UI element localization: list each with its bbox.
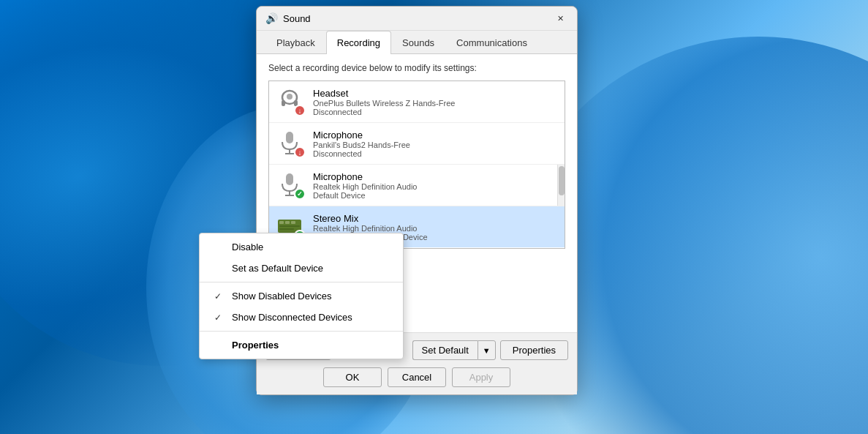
menu-item-disable[interactable]: Disable: [200, 236, 403, 258]
menu-item-set-default[interactable]: Set as Default Device: [200, 258, 403, 279]
tab-bar: Playback Recording Sounds Communications: [257, 31, 577, 54]
apply-button[interactable]: Apply: [452, 367, 510, 387]
default-badge: ✓: [294, 188, 306, 200]
device-list[interactable]: ↓ Headset OnePlus Bullets Wireless Z Han…: [268, 81, 565, 249]
device-item-mic1[interactable]: ↓ Microphone Pankil's Buds2 Hands-Free D…: [269, 123, 565, 165]
device-name: Microphone: [313, 171, 557, 182]
device-sub: Pankil's Buds2 Hands-Free: [313, 141, 557, 149]
set-default-dropdown[interactable]: ▼: [478, 340, 496, 360]
device-status: Disconnected: [313, 149, 557, 158]
menu-item-show-disconnected[interactable]: ✓ Show Disconnected Devices: [200, 307, 403, 328]
device-name: Stereo Mix: [313, 213, 557, 224]
headset-icon: ↓: [276, 87, 306, 116]
device-info-mic1: Microphone Pankil's Buds2 Hands-Free Dis…: [313, 130, 557, 158]
disconnected-badge2: ↓: [294, 146, 306, 158]
tab-communications[interactable]: Communications: [445, 31, 538, 54]
scroll-thumb: [559, 166, 565, 195]
svg-rect-15: [279, 228, 294, 230]
svg-rect-11: [279, 221, 284, 224]
device-name: Microphone: [313, 130, 557, 141]
right-buttons: Set Default ▼ Properties: [412, 340, 568, 360]
close-button[interactable]: ✕: [543, 7, 577, 30]
set-default-group: Set Default ▼: [412, 340, 496, 360]
desktop: 🔊 Sound ✕ Playback Recording Sounds Comm…: [0, 0, 868, 434]
context-menu: Disable Set as Default Device ✓ Show Dis…: [199, 233, 404, 359]
ok-button[interactable]: OK: [323, 367, 382, 387]
svg-rect-12: [285, 221, 290, 224]
properties-button[interactable]: Properties: [500, 340, 568, 360]
menu-separator-1: [200, 282, 403, 283]
menu-item-properties[interactable]: Properties: [200, 334, 403, 356]
content-instruction: Select a recording device below to modif…: [268, 63, 565, 73]
device-item-mic2[interactable]: ✓ Microphone Realtek High Definition Aud…: [269, 165, 565, 206]
footer-row-2: OK Cancel Apply: [265, 367, 568, 387]
device-sub: Realtek High Definition Audio: [313, 224, 557, 233]
device-info-mic2: Microphone Realtek High Definition Audio…: [313, 171, 557, 200]
mic1-icon: ↓: [276, 129, 306, 158]
disconnected-badge: ↓: [294, 105, 306, 116]
svg-point-3: [287, 94, 293, 100]
tab-sounds[interactable]: Sounds: [391, 31, 445, 54]
cancel-button[interactable]: Cancel: [388, 367, 446, 387]
menu-separator-2: [200, 331, 403, 332]
device-status: Default Device: [313, 191, 557, 200]
svg-rect-13: [291, 221, 295, 224]
svg-rect-4: [286, 132, 293, 143]
set-default-button[interactable]: Set Default: [412, 340, 478, 360]
svg-rect-1: [282, 100, 285, 106]
device-name: Headset: [313, 88, 557, 99]
device-sub: OnePlus Bullets Wireless Z Hands-Free: [313, 99, 557, 108]
sound-icon: 🔊: [265, 12, 277, 24]
tab-recording[interactable]: Recording: [326, 31, 391, 54]
scrollbar[interactable]: [557, 165, 565, 206]
menu-item-show-disabled[interactable]: ✓ Show Disabled Devices: [200, 285, 403, 307]
tab-playback[interactable]: Playback: [265, 31, 326, 54]
svg-rect-14: [279, 225, 300, 227]
device-info-headset: Headset OnePlus Bullets Wireless Z Hands…: [313, 88, 557, 116]
device-status: Disconnected: [313, 108, 557, 116]
device-item-headset[interactable]: ↓ Headset OnePlus Bullets Wireless Z Han…: [269, 81, 565, 123]
mic2-icon: ✓: [276, 171, 306, 200]
title-bar: 🔊 Sound ✕: [257, 7, 577, 31]
svg-rect-7: [286, 173, 293, 185]
device-sub: Realtek High Definition Audio: [313, 182, 557, 191]
dialog-title: Sound: [283, 13, 543, 24]
